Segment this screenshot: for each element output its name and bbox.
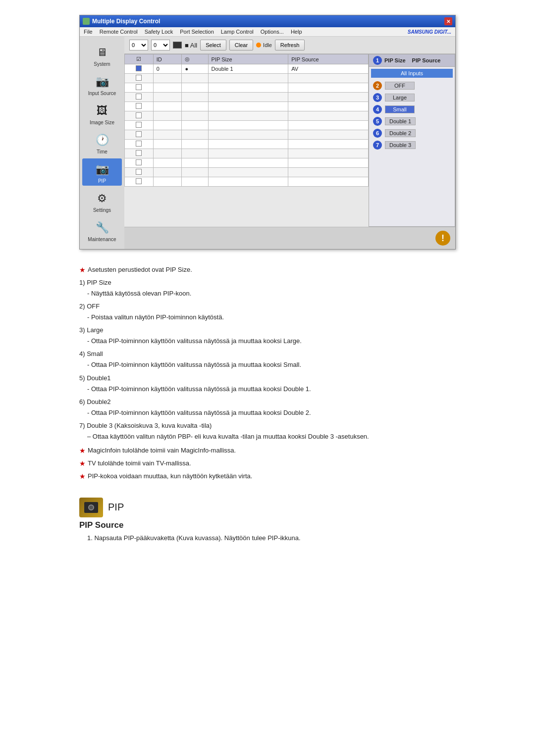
sidebar-item-time[interactable]: 🕐 Time [82,129,122,156]
row-checkbox[interactable] [125,111,154,121]
checkbox-icon [136,65,142,71]
list-sub-1: - Näyttää käytössä olevan PIP-koon. [79,288,456,299]
menu-file[interactable]: File [84,29,93,35]
all-label: ■ All [185,42,197,49]
menu-lamp-control[interactable]: Lamp Control [221,29,254,35]
table-row[interactable] [125,121,369,130]
sidebar-label-settings: Settings [93,207,111,213]
menu-port-selection[interactable]: Port Selection [180,29,214,35]
table-row[interactable] [125,158,369,168]
select-button[interactable]: Select [200,40,226,50]
table-row[interactable] [125,83,369,93]
sidebar-item-system[interactable]: 🖥 System [82,42,122,69]
table-row[interactable]: 0●Double 1AV [125,64,369,74]
pip-lens [88,504,94,510]
input-source-icon: 📷 [93,73,111,91]
title-bar: Multiple Display Control ✕ [80,15,455,27]
row-id [153,149,182,158]
dropdown-item-double1[interactable]: 5 Double 1 [369,115,455,127]
table-row[interactable] [125,177,369,187]
table-row[interactable] [125,93,369,102]
dropdown-item-off[interactable]: 2 OFF [369,80,455,92]
row-checkbox[interactable] [125,93,154,102]
row-checkbox[interactable] [125,64,154,74]
col-header-pip-size: PIP Size [208,54,288,64]
menu-help[interactable]: Help [291,29,302,35]
list-sub-7: – Ottaa käyttöön valitun näytön PBP- eli… [79,431,456,442]
refresh-button[interactable]: Refresh [275,40,305,50]
list-sub-4: - Ottaa PIP-toiminnon käyttöön valitussa… [79,359,456,370]
close-button[interactable]: ✕ [444,17,452,25]
menu-options[interactable]: Options... [261,29,284,35]
list-label-4: Small [87,350,103,357]
row-checkbox[interactable] [125,121,154,130]
row-dot [182,93,208,102]
table-row[interactable] [125,149,369,158]
row-id [153,83,182,93]
clear-button[interactable]: Clear [229,40,253,50]
row-pip-size [208,74,288,83]
image-size-icon: 🖼 [93,102,111,120]
row-checkbox[interactable] [125,149,154,158]
sidebar-item-pip[interactable]: 📷 PIP [82,158,122,186]
double3-label: Double 3 [385,141,416,149]
dropdown-item-double2[interactable]: 6 Double 2 [369,127,455,139]
table-row[interactable] [125,130,369,140]
bottom-bar: ! [124,227,455,249]
dropdown-item-double3[interactable]: 7 Double 3 [369,139,455,151]
list-item-5: 5) Double1 - Ottaa PIP-toiminnon käyttöö… [79,373,456,395]
settings-icon: ⚙ [93,190,111,207]
col-header-dot: ◎ [182,54,208,64]
sidebar-label-time: Time [97,149,107,154]
row-checkbox[interactable] [125,158,154,168]
row-pip-size [208,149,288,158]
pip-title: PIP [108,502,124,513]
row-checkbox[interactable] [125,83,154,93]
num-2-circle: 2 [373,81,382,90]
sidebar-item-maintenance[interactable]: 🔧 Maintenance [82,217,122,244]
sidebar-item-image-size[interactable]: 🖼 Image Size [82,100,122,127]
sidebar-item-input-source[interactable]: 📷 Input Source [82,71,122,98]
row-checkbox[interactable] [125,102,154,111]
row-checkbox[interactable] [125,74,154,83]
row-pip-size [208,102,288,111]
num-3-circle: 3 [373,93,382,102]
list-num-3: 3) [79,326,87,334]
checkbox-icon [136,150,142,156]
checkbox-icon [136,75,142,81]
checkbox-icon [136,169,142,175]
dropdown-item-large[interactable]: 3 Large [369,92,455,103]
checkbox-icon [136,178,142,184]
menu-remote-control[interactable]: Remote Control [100,29,138,35]
table-row[interactable] [125,168,369,177]
list-label-5: Double1 [87,374,110,382]
toolbar: 012 01 ■ All Select Clear Idle Refresh [124,37,455,54]
sidebar-item-settings[interactable]: ⚙ Settings [82,188,122,215]
idle-indicator: Idle [256,42,272,48]
table-row[interactable] [125,111,369,121]
row-id [153,74,182,83]
sidebar-label-pip: PIP [98,178,106,184]
col-header-pip-source: PIP Source [288,54,369,64]
table-row[interactable] [125,102,369,111]
table-row[interactable] [125,74,369,83]
table-container: ☑ ID ◎ PIP Size PIP Source 0●Double 1AV [124,54,369,227]
row-pip-source: AV [288,64,369,74]
menu-safety-lock[interactable]: Safety Lock [145,29,173,35]
table-row[interactable] [125,140,369,149]
checkbox-icon [136,84,142,90]
row-pip-source [288,83,369,93]
maintenance-icon: 🔧 [93,219,111,237]
dropdown-panel: 1 PIP Size PIP Source All Inputs 2 OFF 3… [369,54,455,227]
row-checkbox[interactable] [125,168,154,177]
row-checkbox[interactable] [125,140,154,149]
id-dropdown1[interactable]: 012 [129,40,148,50]
row-checkbox[interactable] [125,130,154,140]
dropdown-item-small[interactable]: 4 Small [369,103,455,115]
row-pip-size [208,121,288,130]
id-dropdown2[interactable]: 01 [151,40,170,50]
row-pip-size [208,140,288,149]
row-checkbox[interactable] [125,177,154,187]
note-tv: ★ TV tulolähde toimii vain TV-mallissa. [79,458,456,470]
menu-bar: File Remote Control Safety Lock Port Sel… [80,27,455,37]
